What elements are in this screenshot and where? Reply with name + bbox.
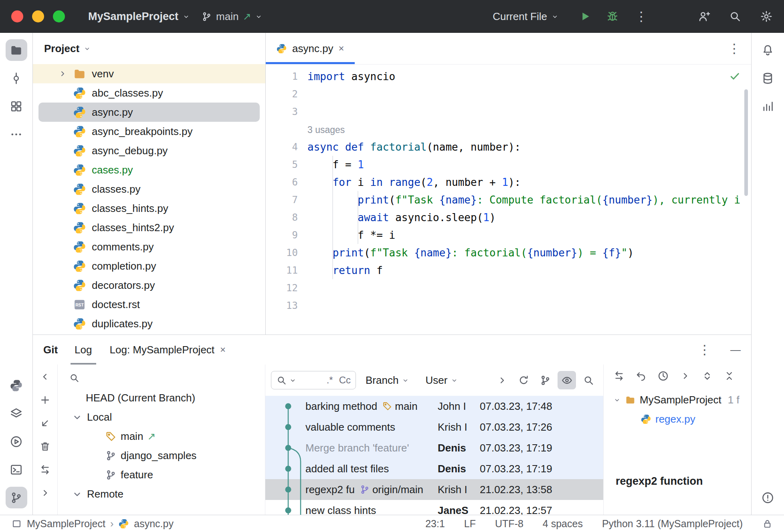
breadcrumb-file[interactable]: async.py — [134, 518, 174, 530]
commit-row[interactable]: barking methodmainJohn I07.03.23, 17:48 — [265, 396, 603, 417]
new-branch-button[interactable] — [39, 394, 51, 409]
python-packages-tool-button[interactable] — [6, 375, 27, 396]
indent-style[interactable]: 4 spaces — [543, 518, 583, 530]
branch-row-main[interactable]: main↗ — [58, 427, 265, 446]
inspections-ok-icon[interactable] — [729, 70, 741, 82]
graph-options-button[interactable] — [536, 371, 554, 389]
caret-position[interactable]: 23:1 — [425, 518, 445, 530]
branch-row-Remote[interactable]: Remote — [58, 484, 265, 504]
compare-with-local-button[interactable] — [613, 370, 625, 385]
more-details-button[interactable] — [679, 370, 691, 385]
zoom-window-button[interactable] — [53, 10, 65, 22]
hide-panel-icon[interactable]: — — [730, 344, 741, 356]
project-tree-item-abc_classes.py[interactable]: abc_classes.py — [33, 83, 265, 103]
debug-button[interactable] — [606, 10, 619, 23]
changed-root-row[interactable]: MySampleProject 1 f — [604, 390, 751, 409]
go-to-hash-button[interactable] — [579, 371, 598, 389]
checkout-button[interactable] — [39, 417, 51, 432]
code-line-9[interactable]: 9 f *= i — [266, 226, 751, 244]
project-tree-item-decorators.py[interactable]: decorators.py — [33, 276, 265, 295]
chevron-down-icon[interactable] — [71, 488, 83, 500]
settings-button[interactable] — [760, 10, 773, 23]
search-everywhere-button[interactable] — [729, 10, 742, 23]
commit-row[interactable]: Merge branch 'feature'Denis07.03.23, 17:… — [265, 437, 603, 458]
changed-file-row[interactable]: regex.py — [604, 409, 751, 429]
user-filter[interactable]: User — [419, 374, 465, 387]
project-tree-item-async.py[interactable]: async.py — [38, 103, 260, 122]
code-line-6[interactable]: 6 for i in range(2, number + 1): — [266, 173, 751, 191]
lock-icon[interactable] — [762, 518, 773, 529]
view-options-button[interactable] — [558, 371, 576, 389]
file-encoding[interactable]: UTF-8 — [495, 518, 523, 530]
code-line-11[interactable]: 11 return f — [266, 262, 751, 279]
project-widget[interactable]: MySampleProject — [83, 6, 196, 27]
code-line-3[interactable]: 3 — [266, 103, 751, 121]
version-control-tool-button[interactable] — [6, 487, 27, 508]
collapse-all-button[interactable] — [723, 370, 735, 385]
commit-row[interactable]: new class hintsJaneS21.02.23, 12:57 — [265, 500, 603, 515]
minimize-window-button[interactable] — [32, 10, 44, 22]
chevron-down-icon[interactable] — [71, 411, 83, 423]
project-tree-item-classes.py[interactable]: classes.py — [33, 179, 265, 199]
branch-widget[interactable]: main ↗ — [196, 6, 268, 27]
more-tool-windows-button[interactable] — [6, 123, 27, 145]
notifications-tool-button[interactable] — [757, 39, 779, 61]
branch-row-Local[interactable]: Local — [58, 407, 265, 427]
code-line-13[interactable]: 13 — [266, 297, 751, 314]
project-tree-item-cases.py[interactable]: cases.py — [33, 160, 265, 179]
line-separator[interactable]: LF — [464, 518, 476, 530]
editor-tab-async-py[interactable]: async.py × — [266, 33, 355, 64]
terminal-tool-button[interactable] — [6, 459, 27, 480]
revert-commit-button[interactable] — [635, 370, 647, 385]
project-tree-item-doctest.rst[interactable]: RSTdoctest.rst — [33, 295, 265, 314]
git-tab-log-mysampleproject[interactable]: Log: MySampleProject × — [101, 335, 235, 365]
chevron-right-icon[interactable] — [58, 69, 73, 79]
database-tool-button[interactable] — [757, 67, 779, 89]
python-console-tool-button[interactable] — [6, 403, 27, 424]
branch-row-django_samples[interactable]: django_samples — [58, 446, 265, 465]
project-tree-item-duplicates.py[interactable]: duplicates.py — [33, 314, 265, 333]
code-line-4[interactable]: 4async def factorial(name, number): — [266, 138, 751, 156]
editor-scrollbar[interactable] — [744, 89, 748, 196]
commit-row[interactable]: added all test filesDenis07.03.23, 17:19 — [265, 458, 603, 479]
structure-tool-button[interactable] — [6, 95, 27, 117]
branch-row-HEAD (Current Branch)[interactable]: HEAD (Current Branch) — [58, 388, 265, 407]
commit-row[interactable]: regexp2 fuorigin/mainKrish I21.02.23, 13… — [265, 479, 603, 500]
ref-main[interactable]: main — [382, 400, 417, 413]
editor-tab-options-icon[interactable]: ⋮ — [726, 42, 742, 55]
project-tree-item-async_debug.py[interactable]: async_debug.py — [33, 141, 265, 160]
project-tree-item-classes_hints2.py[interactable]: classes_hints2.py — [33, 218, 265, 237]
breadcrumb-project[interactable]: MySampleProject — [27, 518, 105, 530]
compare-branches-button[interactable] — [39, 464, 51, 478]
git-options-icon[interactable]: ⋮ — [697, 343, 713, 356]
close-window-button[interactable] — [11, 10, 23, 22]
collapse-panel-button[interactable] — [39, 371, 51, 385]
code-line-10[interactable]: 10 print(f"Task {name}: factorial({numbe… — [266, 244, 751, 262]
ref-origin/main[interactable]: origin/main — [360, 484, 423, 496]
refresh-log-button[interactable] — [514, 371, 533, 389]
problems-tool-button[interactable] — [757, 487, 779, 508]
code-editor[interactable]: 1import asyncio233 usages4async def fact… — [266, 64, 751, 335]
project-tree-item-completion.py[interactable]: completion.py — [33, 256, 265, 276]
run-button[interactable] — [579, 10, 592, 23]
search-branches-icon[interactable] — [69, 373, 80, 383]
regex-toggle[interactable]: .* — [327, 375, 333, 386]
code-line-5[interactable]: 5 f = 1 — [266, 156, 751, 173]
show-intermediate-button[interactable] — [493, 371, 511, 389]
log-filter-field[interactable]: .* Cc — [271, 371, 356, 389]
show-history-button[interactable] — [657, 370, 669, 385]
match-case-toggle[interactable]: Cc — [339, 375, 351, 386]
commit-row[interactable]: valuable commentsKrish I07.03.23, 17:26 — [265, 417, 603, 437]
plots-tool-button[interactable] — [757, 95, 779, 117]
code-line-12[interactable]: 12 — [266, 279, 751, 297]
code-with-me-button[interactable] — [697, 10, 710, 23]
git-tab-log[interactable]: Log — [66, 335, 101, 365]
project-tree-item-venv[interactable]: venv — [33, 64, 265, 83]
expand-panel-button[interactable] — [39, 487, 51, 502]
project-tree-item-comments.py[interactable]: comments.py — [33, 237, 265, 256]
usages-inlay-hint[interactable]: 3 usages — [307, 125, 345, 135]
code-line-1[interactable]: 1import asyncio — [266, 68, 751, 85]
code-line-inlay[interactable]: 3 usages — [266, 121, 751, 138]
delete-branch-button[interactable] — [39, 441, 51, 455]
services-tool-button[interactable] — [6, 431, 27, 452]
